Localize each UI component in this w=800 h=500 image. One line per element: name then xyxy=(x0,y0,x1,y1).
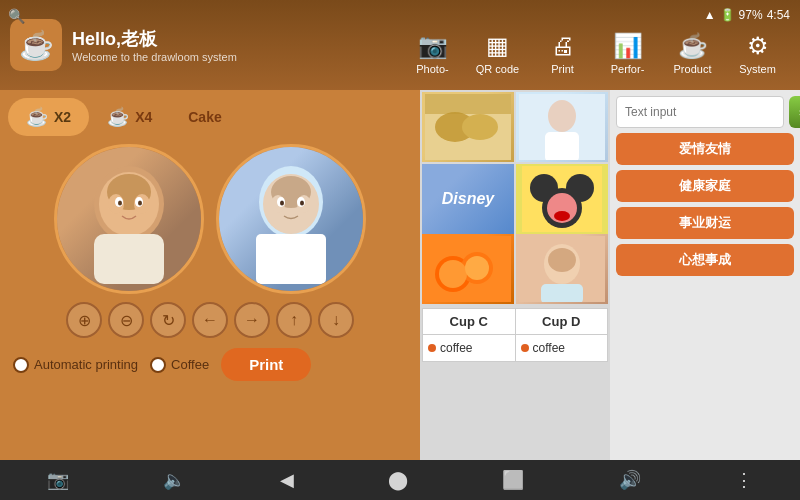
svg-rect-41 xyxy=(541,284,583,302)
print-button[interactable]: Print xyxy=(221,348,311,381)
thumb-mickey[interactable] xyxy=(516,164,608,234)
photo-slot-2[interactable] xyxy=(216,144,366,294)
svg-rect-19 xyxy=(256,234,326,284)
text-input[interactable] xyxy=(616,96,784,128)
auto-print-radio[interactable] xyxy=(13,357,29,373)
coffee-option[interactable]: Coffee xyxy=(150,357,209,373)
nav-product[interactable]: ☕ Product xyxy=(665,32,720,75)
gear-icon: ⚙ xyxy=(747,32,769,60)
battery-status: ▲ 🔋 97% 4:54 xyxy=(704,8,790,22)
thumb-white-shirt[interactable] xyxy=(516,92,608,162)
tab-x4[interactable]: ☕ X4 xyxy=(89,98,170,136)
logo-text: Hello,老板 Welcome to the drawloom system xyxy=(72,27,237,63)
tab-x4-icon: ☕ xyxy=(107,106,129,128)
cup-d-header: Cup D xyxy=(516,309,608,334)
nav-qr[interactable]: ▦ QR code xyxy=(470,32,525,75)
print-icon: 🖨 xyxy=(551,32,575,60)
thumb-disney[interactable]: Disney xyxy=(422,164,514,234)
bottom-camera-icon[interactable]: 📷 xyxy=(47,469,69,491)
tab-x2[interactable]: ☕ X2 xyxy=(8,98,89,136)
auto-print-option[interactable]: Automatic printing xyxy=(13,357,138,373)
svg-point-40 xyxy=(548,248,576,272)
app-title: Hello,老板 xyxy=(72,27,237,51)
cup-c-cell: coffee xyxy=(423,335,516,361)
left-button[interactable]: ← xyxy=(192,302,228,338)
svg-rect-26 xyxy=(545,132,579,160)
svg-point-18 xyxy=(300,201,304,206)
thumb-oranges[interactable] xyxy=(422,234,514,304)
bottom-vol-up-icon[interactable]: 🔊 xyxy=(619,469,641,491)
down-button[interactable]: ↓ xyxy=(318,302,354,338)
clock: 4:54 xyxy=(767,8,790,22)
action-btn-3[interactable]: 事业财运 xyxy=(616,207,794,239)
zoom-in-button[interactable]: ⊕ xyxy=(66,302,102,338)
photo-slot-1[interactable] xyxy=(54,144,204,294)
cup-table: Cup C Cup D coffee coffee xyxy=(420,304,610,460)
bottom-more-icon[interactable]: ⋮ xyxy=(735,469,753,491)
main-content: ☕ X2 ☕ X4 Cake xyxy=(0,90,800,460)
svg-point-7 xyxy=(118,201,122,206)
svg-point-25 xyxy=(548,100,576,132)
nav-photo[interactable]: 📷 Photo- xyxy=(405,32,460,75)
bottom-back-icon[interactable]: ◀ xyxy=(280,469,294,491)
cup-d-value: coffee xyxy=(533,341,565,355)
chart-icon: 📊 xyxy=(613,32,643,60)
svg-point-17 xyxy=(280,201,284,206)
right-panel: style OK 爱情友情 健康家庭 事业财运 心想事成 xyxy=(610,90,800,460)
girl-photo xyxy=(57,147,201,291)
search-icon[interactable]: 🔍 xyxy=(8,8,25,24)
rotate-button[interactable]: ↻ xyxy=(150,302,186,338)
action-btn-4[interactable]: 心想事成 xyxy=(616,244,794,276)
cup-table-header: Cup C Cup D xyxy=(422,308,608,335)
cup-c-value: coffee xyxy=(440,341,472,355)
wifi-icon: ▲ xyxy=(704,8,716,22)
svg-point-36 xyxy=(439,260,467,288)
tab-bar: ☕ X2 ☕ X4 Cake xyxy=(8,98,412,136)
tab-x2-label: X2 xyxy=(54,109,71,125)
tab-cake[interactable]: Cake xyxy=(170,98,239,136)
photo-grid-mid: Disney xyxy=(420,164,610,234)
dot-d xyxy=(521,344,529,352)
cup-c-header: Cup C xyxy=(423,309,516,334)
zoom-out-button[interactable]: ⊖ xyxy=(108,302,144,338)
up-button[interactable]: ↑ xyxy=(276,302,312,338)
svg-rect-9 xyxy=(94,234,164,284)
battery-percent: 97% xyxy=(739,8,763,22)
nav-product-label: Product xyxy=(674,63,712,75)
right-button[interactable]: → xyxy=(234,302,270,338)
bottom-home-icon[interactable]: ⬤ xyxy=(388,469,408,491)
bottom-recent-icon[interactable]: ⬜ xyxy=(502,469,524,491)
control-buttons: ⊕ ⊖ ↻ ← → ↑ ↓ xyxy=(8,302,412,338)
nav-print-label: Print xyxy=(551,63,574,75)
left-panel: ☕ X2 ☕ X4 Cake xyxy=(0,90,420,460)
nav-perfor-label: Perfor- xyxy=(611,63,645,75)
app-logo: ☕ xyxy=(10,19,62,71)
svg-point-22 xyxy=(462,114,498,140)
style-button[interactable]: style xyxy=(789,96,800,128)
svg-point-32 xyxy=(554,211,570,221)
disney-text: Disney xyxy=(442,190,494,208)
coffee-icon: ☕ xyxy=(678,32,708,60)
bottom-vol-down-icon[interactable]: 🔈 xyxy=(163,469,185,491)
top-bar: 🔍 ▲ 🔋 97% 4:54 ☕ Hello,老板 Welcome to the… xyxy=(0,0,800,90)
battery-icon: 🔋 xyxy=(720,8,735,22)
bottom-action-bar: Automatic printing Coffee Print xyxy=(8,348,412,381)
action-btn-1[interactable]: 爱情友情 xyxy=(616,133,794,165)
text-input-area: style OK xyxy=(616,96,794,128)
thumb-food[interactable] xyxy=(422,92,514,162)
app-subtitle: Welcome to the drawloom system xyxy=(72,51,237,63)
nav-print[interactable]: 🖨 Print xyxy=(535,32,590,75)
svg-point-8 xyxy=(138,201,142,206)
auto-print-label: Automatic printing xyxy=(34,357,138,372)
tab-x4-label: X4 xyxy=(135,109,152,125)
nav-system-label: System xyxy=(739,63,776,75)
action-btn-2[interactable]: 健康家庭 xyxy=(616,170,794,202)
coffee-radio[interactable] xyxy=(150,357,166,373)
nav-system[interactable]: ⚙ System xyxy=(730,32,785,75)
svg-rect-23 xyxy=(425,94,511,114)
nav-perfor[interactable]: 📊 Perfor- xyxy=(600,32,655,75)
photos-row xyxy=(8,144,412,294)
svg-point-37 xyxy=(465,256,489,280)
boy-photo xyxy=(219,147,363,291)
thumb-girl2[interactable] xyxy=(516,234,608,304)
